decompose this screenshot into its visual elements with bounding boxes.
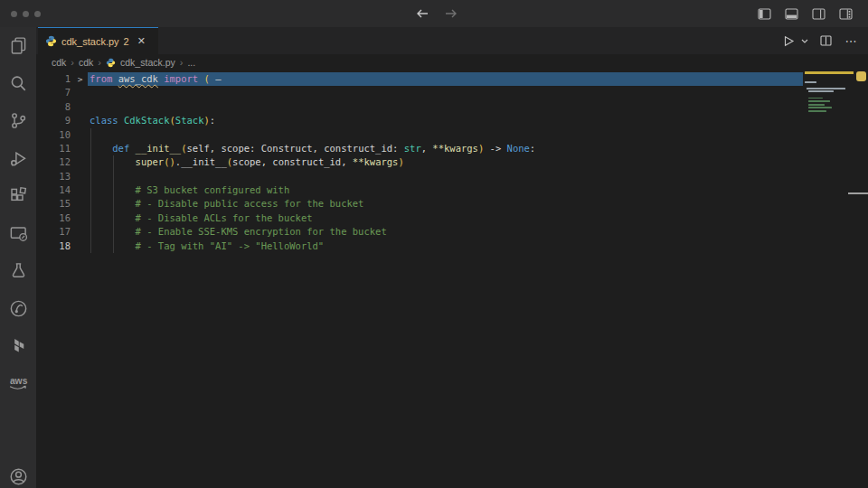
tab-cdk-stack[interactable]: cdk_stack.py 2 ✕ xyxy=(38,27,158,54)
code-line[interactable]: 11 def __init__(self, scope: Construct, … xyxy=(36,142,868,155)
code-text: # S3 bucket configured with xyxy=(90,183,289,197)
line-number: 10 xyxy=(36,128,71,142)
activity-terraform[interactable] xyxy=(0,327,36,365)
layout-sidebar-right-icon xyxy=(812,8,826,20)
window-control-dot[interactable] xyxy=(34,11,41,17)
monitor-badge-icon xyxy=(9,224,28,243)
activity-bar: aws xyxy=(0,27,36,488)
code-line[interactable]: 14 # S3 bucket configured with xyxy=(36,183,868,197)
run-dropdown-button[interactable] xyxy=(799,32,810,51)
activity-remote-explorer[interactable] xyxy=(0,215,36,253)
arrow-right-icon xyxy=(445,8,458,19)
activity-aws-toolkit[interactable]: aws xyxy=(0,365,36,403)
fold-spacer xyxy=(71,197,90,211)
activity-source-control[interactable] xyxy=(0,102,36,140)
line-number: 11 xyxy=(36,142,71,155)
minimap-line xyxy=(805,71,854,74)
layout-sidebar-left-icon xyxy=(758,8,771,20)
minimap-line xyxy=(808,100,829,102)
activity-run-and-debug[interactable] xyxy=(0,140,36,178)
overview-cursor-marker xyxy=(848,192,868,194)
fold-spacer xyxy=(71,155,90,169)
minimap-line xyxy=(805,81,816,83)
split-editor-icon xyxy=(820,35,832,46)
code-line[interactable]: 1>from aws_cdk import ( – xyxy=(36,72,868,86)
minimap-line xyxy=(808,107,832,108)
more-actions-button[interactable]: ⋯ xyxy=(842,32,861,51)
navigate-forward-button[interactable] xyxy=(441,4,461,23)
tab-label: cdk_stack.py xyxy=(61,36,119,47)
minimap[interactable] xyxy=(805,70,854,179)
aws-icon: aws xyxy=(7,373,29,393)
minimap-line xyxy=(808,110,826,112)
toggle-secondary-sidebar-button[interactable] xyxy=(808,4,828,23)
line-number: 1 xyxy=(36,72,71,86)
window-control-dot[interactable] xyxy=(23,11,29,17)
code-line[interactable]: 13 xyxy=(36,170,868,183)
code-line[interactable]: 16 # - Disable ACLs for the bucket xyxy=(36,211,868,225)
breadcrumb-item[interactable]: cdk xyxy=(79,57,93,68)
activity-testing[interactable] xyxy=(0,252,36,290)
overview-ruler[interactable] xyxy=(854,70,868,488)
activity-account[interactable] xyxy=(0,460,36,488)
activity-explorer[interactable] xyxy=(0,27,36,65)
line-number: 17 xyxy=(36,225,71,239)
code-text: # - Disable public access for the bucket xyxy=(90,197,363,211)
code-text: # - Disable ACLs for the bucket xyxy=(90,211,313,225)
line-number: 18 xyxy=(36,239,71,253)
minimap-content xyxy=(805,70,854,179)
navigate-back-button[interactable] xyxy=(412,4,432,23)
code-text: # - Tag with "AI" -> "HelloWorld" xyxy=(90,239,324,253)
code-line[interactable]: 18 # - Tag with "AI" -> "HelloWorld" xyxy=(36,239,868,253)
code-editor[interactable]: 1>from aws_cdk import ( –789class CdkSta… xyxy=(36,70,868,488)
line-number: 15 xyxy=(36,197,71,211)
code-lines: 1>from aws_cdk import ( –789class CdkSta… xyxy=(36,72,868,253)
fold-spacer xyxy=(71,142,90,155)
breadcrumb-item[interactable]: cdk xyxy=(52,57,66,68)
toggle-primary-sidebar-button[interactable] xyxy=(754,4,774,23)
chevron-down-icon xyxy=(801,39,808,43)
overview-warning-marker xyxy=(856,71,866,81)
customize-layout-button[interactable] xyxy=(835,4,855,23)
code-line[interactable]: 8 xyxy=(36,100,868,114)
fold-chevron-icon[interactable]: > xyxy=(71,72,90,86)
activity-codecatalyst[interactable] xyxy=(0,290,36,328)
code-line[interactable]: 7 xyxy=(36,86,868,99)
code-line[interactable]: 10 xyxy=(36,128,868,142)
line-number: 7 xyxy=(36,86,71,99)
terraform-icon xyxy=(9,336,28,355)
svg-text:aws: aws xyxy=(10,376,28,386)
run-python-file-button[interactable] xyxy=(779,32,798,51)
python-icon xyxy=(45,35,57,47)
fold-spacer xyxy=(71,114,90,127)
code-line[interactable]: 15 # - Disable public access for the buc… xyxy=(36,197,868,211)
tab-badge: 2 xyxy=(124,36,129,47)
fold-spacer xyxy=(71,211,90,225)
breadcrumb-item-file[interactable]: cdk_stack.py xyxy=(120,57,175,68)
tab-close-icon[interactable]: ✕ xyxy=(137,35,146,47)
code-text: class CdkStack(Stack): xyxy=(90,114,215,127)
fold-spacer xyxy=(71,100,90,114)
account-icon xyxy=(9,467,28,486)
code-text: super().__init__(scope, construct_id, **… xyxy=(90,155,404,169)
extensions-icon xyxy=(9,186,28,205)
minimap-line xyxy=(808,104,825,106)
code-text: # - Enable SSE-KMS encryption for the bu… xyxy=(90,225,387,239)
breadcrumb-separator: › xyxy=(71,57,74,68)
line-number: 9 xyxy=(36,114,71,127)
window-control-dot[interactable] xyxy=(11,11,17,17)
code-line[interactable]: 12 super().__init__(scope, construct_id,… xyxy=(36,155,868,169)
window-controls[interactable] xyxy=(11,11,41,17)
breadcrumb-item-symbol[interactable]: ... xyxy=(187,57,195,68)
fold-spacer xyxy=(71,225,90,239)
code-line[interactable]: 9class CdkStack(Stack): xyxy=(36,114,868,127)
search-icon xyxy=(9,74,28,93)
fold-spacer xyxy=(71,86,90,99)
activity-search[interactable] xyxy=(0,65,36,103)
toggle-panel-button[interactable] xyxy=(781,4,801,23)
activity-extensions[interactable] xyxy=(0,177,36,215)
minimap-line xyxy=(808,90,833,92)
arrow-left-icon xyxy=(416,8,429,19)
split-editor-button[interactable] xyxy=(816,32,835,51)
code-line[interactable]: 17 # - Enable SSE-KMS encryption for the… xyxy=(36,225,868,239)
